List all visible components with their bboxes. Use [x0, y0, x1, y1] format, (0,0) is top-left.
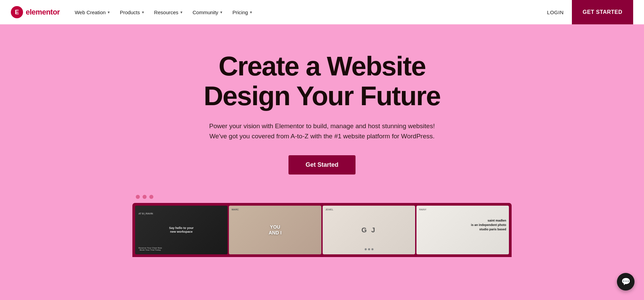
chevron-down-icon: ▼ — [180, 10, 183, 14]
navbar: E elementor Web Creation ▼ Products ▼ Re… — [0, 0, 644, 24]
site-thumbnail-2: MARC YOUAND I — [229, 206, 321, 254]
thumb-3-dots — [365, 248, 373, 250]
site-thumbnail-4: RAINY saint madlenis an independent phot… — [416, 206, 509, 254]
login-button[interactable]: LOGIN — [539, 6, 572, 19]
nav-right: LOGIN GET STARTED — [539, 0, 633, 24]
logo-icon: E — [11, 6, 23, 18]
hero-subtitle: Power your vision with Elementor to buil… — [203, 121, 441, 142]
chat-icon: 💬 — [621, 277, 630, 286]
hero-section: Create a Website Design Your Future Powe… — [0, 24, 644, 300]
nav-item-pricing[interactable]: Pricing ▼ — [228, 7, 257, 18]
dots-indicator — [132, 195, 512, 199]
browser-mockup: AT B | RAVIN Say hello to yournew worksp… — [132, 195, 512, 257]
thumb-3-letters: G J — [361, 226, 376, 234]
nav-item-products[interactable]: Products ▼ — [116, 7, 149, 18]
logo-link[interactable]: E elementor — [11, 6, 60, 18]
chevron-down-icon: ▼ — [249, 10, 253, 14]
chevron-down-icon: ▼ — [141, 10, 145, 14]
chevron-down-icon: ▼ — [107, 10, 110, 14]
get-started-nav-button[interactable]: GET STARTED — [572, 0, 633, 24]
dot-1 — [136, 195, 140, 199]
thumb-1-sub: Reserve Your Chair NowBook Your Trial To… — [138, 247, 162, 251]
nav-item-community[interactable]: Community ▼ — [189, 7, 227, 18]
hero-cta-button[interactable]: Get Started — [288, 155, 355, 175]
thumb-3-brand: JEWEL — [325, 208, 333, 211]
thumb-1-brand: AT B | RAVIN — [138, 212, 153, 215]
site-thumbnail-3: JEWEL G J — [323, 206, 415, 254]
hero-title: Create a Website Design Your Future — [14, 51, 630, 111]
dot-2 — [143, 195, 147, 199]
nav-item-web-creation[interactable]: Web Creation ▼ — [71, 7, 114, 18]
logo-text: elementor — [26, 8, 60, 17]
chat-bubble[interactable]: 💬 — [617, 273, 635, 291]
dot-3 — [149, 195, 153, 199]
thumb-1-text: Say hello to yournew workspace — [169, 226, 194, 234]
chevron-down-icon: ▼ — [220, 10, 223, 14]
thumb-4-text: saint madlenis an independent photostudi… — [471, 218, 506, 231]
browser-window: AT B | RAVIN Say hello to yournew worksp… — [132, 203, 512, 257]
logo-letter: E — [15, 9, 19, 16]
nav-item-resources[interactable]: Resources ▼ — [150, 7, 187, 18]
thumb-2-text: YOUAND I — [269, 224, 281, 236]
thumb-2-brand: MARC — [232, 208, 239, 211]
site-thumbnail-1: AT B | RAVIN Say hello to yournew worksp… — [135, 206, 228, 254]
nav-links: Web Creation ▼ Products ▼ Resources ▼ Co… — [71, 7, 539, 18]
thumb-4-brand: RAINY — [419, 208, 426, 211]
